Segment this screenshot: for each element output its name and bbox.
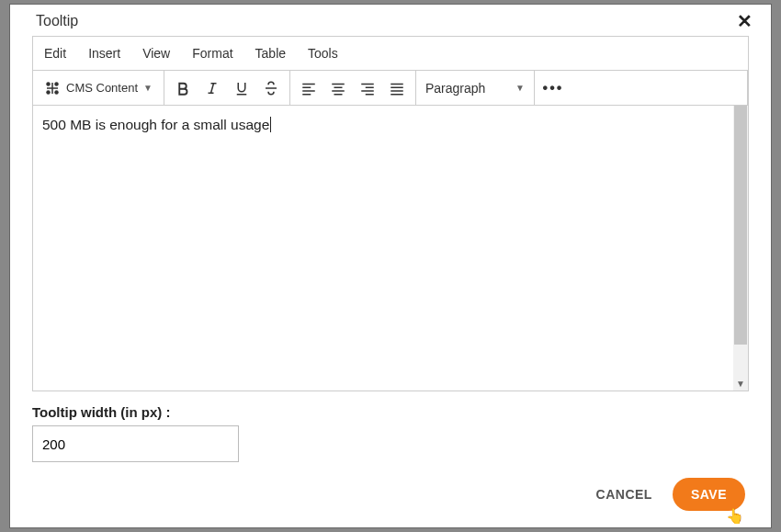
toolbar-group-text [164, 71, 290, 105]
cms-content-label: CMS Content [66, 81, 138, 95]
editor-menubar: Edit Insert View Format Table Tools [33, 37, 748, 71]
align-left-button[interactable] [294, 74, 323, 103]
format-select[interactable]: Paragraph ▼ [416, 71, 534, 105]
menu-table[interactable]: Table [244, 40, 297, 66]
tooltip-width-label: Tooltip width (in px) : [32, 404, 749, 420]
svg-point-2 [46, 90, 51, 95]
format-select-value: Paragraph [425, 81, 485, 96]
toolbar-group-format: Paragraph ▼ [416, 71, 535, 105]
tooltip-modal: Tooltip ✕ Edit Insert View Format Table … [9, 4, 772, 528]
align-justify-button[interactable] [382, 74, 412, 103]
cancel-button[interactable]: CANCEL [596, 487, 652, 502]
menu-insert[interactable]: Insert [77, 40, 131, 66]
editor-text: 500 MB is enough for a small usage [42, 117, 271, 132]
cms-content-button[interactable]: CMS Content ▼ [37, 74, 160, 103]
vertical-scrollbar[interactable]: ▼ [733, 106, 748, 391]
editor-toolbar: CMS Content ▼ [33, 71, 748, 106]
toolbar-group-cms: CMS Content ▼ [33, 71, 164, 105]
tooltip-width-section: Tooltip width (in px) : [10, 391, 771, 470]
menu-edit[interactable]: Edit [33, 40, 77, 66]
editor-content-area[interactable]: 500 MB is enough for a small usage [33, 106, 733, 391]
menu-format[interactable]: Format [181, 40, 243, 66]
more-button[interactable]: ••• [538, 74, 568, 103]
modal-title: Tooltip [36, 13, 78, 29]
align-right-button[interactable] [353, 74, 382, 103]
toolbar-group-align [290, 71, 416, 105]
menu-tools[interactable]: Tools [297, 40, 349, 66]
italic-button[interactable] [198, 74, 227, 103]
underline-button[interactable] [227, 74, 256, 103]
chevron-down-icon: ▼ [515, 83, 525, 93]
save-button[interactable]: SAVE [673, 478, 745, 511]
strikethrough-button[interactable] [256, 74, 286, 103]
chevron-down-icon: ▼ [143, 83, 153, 93]
bold-button[interactable] [168, 74, 198, 103]
modal-footer: CANCEL SAVE [10, 478, 771, 527]
rich-text-editor: Edit Insert View Format Table Tools CMS … [32, 36, 749, 391]
joomla-icon [44, 80, 61, 96]
tooltip-width-input[interactable] [32, 425, 239, 462]
editor-body-row: 500 MB is enough for a small usage ▼ [33, 106, 748, 391]
modal-header: Tooltip ✕ [10, 5, 771, 36]
menu-view[interactable]: View [131, 40, 181, 66]
svg-point-1 [54, 82, 59, 86]
ellipsis-icon: ••• [543, 80, 564, 96]
toolbar-group-more: ••• [535, 71, 748, 105]
svg-point-3 [54, 90, 59, 95]
scroll-down-icon[interactable]: ▼ [733, 376, 748, 391]
align-center-button[interactable] [323, 74, 353, 103]
svg-point-0 [46, 82, 51, 86]
scrollbar-thumb[interactable] [734, 106, 747, 345]
close-icon[interactable]: ✕ [733, 12, 756, 30]
